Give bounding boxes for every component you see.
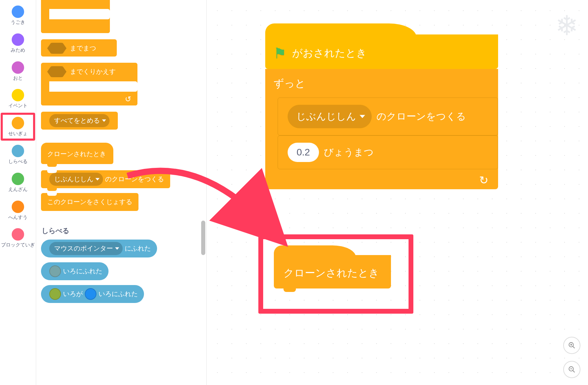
stop-dropdown[interactable]: すべてをとめる (49, 114, 110, 127)
category-sensing[interactable]: しらべる (1, 143, 35, 166)
block-label: にふれた (125, 244, 151, 253)
block-when-flag-clicked[interactable]: ⚑ がおされたとき (265, 34, 498, 69)
block-label: がおされたとき (292, 46, 367, 60)
loop-arrow-icon: ↻ (479, 174, 488, 187)
category-looks[interactable]: みため (1, 31, 35, 55)
dropdown-label: すべてをとめる (54, 116, 100, 125)
block-label: クローンされたとき (47, 150, 106, 158)
palette-scrollbar[interactable] (201, 221, 205, 255)
snowflake-icon: ❄ (555, 10, 578, 42)
block-create-clone-instance[interactable]: じぶんじしん のクローンをつくる (278, 98, 498, 135)
green-flag-icon: ⚑ (274, 45, 287, 62)
zoom-in-button[interactable] (563, 337, 580, 354)
bool-input-slot[interactable] (47, 66, 66, 77)
block-label: いろにふれた (99, 290, 138, 298)
block-touching-object[interactable]: マウスのポインター にふれた (41, 240, 157, 257)
control-icon (12, 117, 24, 129)
block-label: いろが (63, 290, 83, 298)
category-label: ブロックていぎ (1, 242, 35, 248)
sound-icon (12, 61, 24, 74)
block-wait-seconds[interactable]: 0.2 びょうまつ (278, 135, 498, 169)
script-canvas[interactable]: ❄ ⚑ がおされたとき ずっと じぶんじしん (207, 0, 588, 385)
bool-input-slot[interactable] (47, 43, 66, 54)
category-control[interactable]: せいぎょ (1, 113, 35, 141)
svg-line-5 (573, 371, 575, 373)
category-label: しらべる (8, 159, 28, 164)
block-label: までまつ (70, 44, 96, 53)
block-wait-until[interactable]: までまつ (41, 39, 117, 57)
loop-arrow-icon: ↻ (125, 95, 131, 104)
block-if-else-partial[interactable] (41, 0, 110, 33)
category-label: えんざん (8, 186, 28, 192)
category-label: へんすう (8, 214, 28, 220)
category-events[interactable]: イベント (1, 87, 35, 111)
seconds-input[interactable]: 0.2 (288, 143, 319, 162)
zoom-out-icon (568, 366, 576, 373)
zoom-out-button[interactable] (563, 361, 580, 378)
block-create-clone[interactable]: じぶんじしん のクローンをつくる (41, 170, 170, 188)
looks-icon (12, 33, 24, 46)
section-title-sensing: しらべる (42, 226, 202, 235)
operators-icon (12, 173, 24, 185)
category-motion[interactable]: うごき (1, 3, 35, 27)
motion-icon (12, 6, 24, 18)
script-2[interactable]: クローンされたとき (274, 255, 391, 288)
sensing-icon (12, 145, 24, 157)
category-label: イベント (8, 103, 28, 109)
svg-line-1 (573, 346, 575, 348)
scratch-editor: うごき みため おと イベント せいぎょ しらべる えんざん へんすう (0, 0, 588, 385)
color-input[interactable] (49, 265, 61, 277)
category-sidebar: うごき みため おと イベント せいぎょ しらべる えんざん へんすう (0, 0, 36, 385)
dropdown-label: マウスのポインター (54, 244, 113, 253)
category-label: うごき (11, 19, 25, 25)
myblocks-icon (12, 228, 24, 241)
block-label: までくりかえす (70, 67, 116, 76)
clone-target-dropdown[interactable]: じぶんじしん (288, 105, 372, 128)
block-forever[interactable]: ずっと じぶんじしん のクローンをつくる 0.2 びょうまつ (265, 69, 498, 189)
block-label: のクローンをつくる (376, 110, 466, 123)
touching-dropdown[interactable]: マウスのポインター (49, 242, 123, 255)
block-color-touching-color[interactable]: いろが いろにふれた (41, 285, 144, 303)
block-when-clone[interactable]: クローンされたとき (41, 143, 113, 164)
script-1[interactable]: ⚑ がおされたとき ずっと じぶんじしん のクローンをつくる (265, 34, 498, 189)
category-label: みため (11, 47, 25, 53)
block-delete-clone[interactable]: このクローンをさくじょする (41, 193, 138, 211)
block-label: ずっと (274, 78, 306, 89)
category-label: おと (13, 75, 23, 81)
block-stop-all[interactable]: すべてをとめる (41, 112, 118, 130)
color-input-a[interactable] (49, 288, 61, 300)
block-label: びょうまつ (324, 146, 374, 159)
clone-target-dropdown[interactable]: じぶんじしん (49, 173, 103, 186)
block-palette[interactable]: までまつ までくりかえす ↻ すべてをとめる クローンされたとき (36, 0, 207, 385)
block-repeat-until[interactable]: までくりかえす ↻ (41, 63, 137, 105)
zoom-in-icon (568, 342, 576, 349)
block-label: いろにふれた (63, 267, 102, 276)
dropdown-label: じぶんじしん (296, 110, 356, 123)
block-label: クローンされたとき (283, 267, 379, 278)
block-label: このクローンをさくじょする (47, 197, 132, 206)
variables-icon (12, 201, 24, 213)
block-label: のクローンをつくる (105, 175, 164, 184)
color-input-b[interactable] (85, 288, 96, 300)
category-myblocks[interactable]: ブロックていぎ (1, 226, 35, 250)
category-variables[interactable]: へんすう (1, 199, 35, 222)
category-sound[interactable]: おと (1, 59, 35, 83)
events-icon (12, 89, 24, 101)
dropdown-label: じぶんじしん (54, 175, 93, 184)
block-when-clone-instance[interactable]: クローンされたとき (274, 255, 391, 288)
category-label: せいぎょ (8, 131, 28, 136)
block-touching-color[interactable]: いろにふれた (41, 262, 109, 280)
category-operators[interactable]: えんざん (1, 171, 35, 194)
